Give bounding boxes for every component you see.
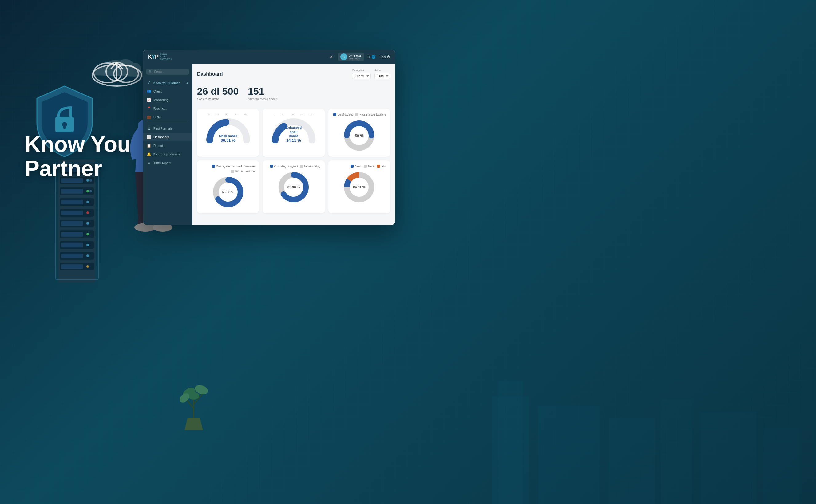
crm-label: CRM: [153, 115, 161, 119]
search-input[interactable]: [154, 70, 187, 73]
sidebar-divider-1: [147, 123, 188, 123]
dashboard-nav-label: Dashboard: [153, 135, 169, 139]
sidebar-item-clienti[interactable]: 👥 Clienti: [143, 87, 192, 96]
svg-rect-39: [61, 232, 83, 237]
monitoring-icon: 📈: [147, 98, 151, 102]
theme-toggle[interactable]: ☀: [328, 54, 334, 60]
clienti-label: Clienti: [153, 89, 162, 93]
language-button[interactable]: IT 🌐: [368, 55, 376, 59]
app-window: KYP KNOWYOURPARTNER + ☀ C complegal comp…: [143, 50, 395, 225]
anno-select[interactable]: Tutti: [374, 73, 390, 79]
stat-societa-value: 26 di 500: [197, 86, 238, 96]
cert-label: Certificazione: [337, 113, 353, 116]
svg-point-43: [86, 244, 89, 246]
alto-label: Alto: [381, 165, 386, 168]
categoria-select[interactable]: Clienti: [352, 73, 371, 79]
legend-rating: Con rating di legalità: [270, 165, 298, 168]
rating-value: 65.38 %: [287, 185, 300, 189]
shell-score-value: 30.51 %: [219, 138, 237, 143]
organo-controllo-chart: Con organo di controllo / revisore Nessu…: [197, 160, 259, 213]
sidebar-item-pesi-formule[interactable]: ⚖ Pesi Formule: [143, 124, 192, 133]
exit-button[interactable]: Esci ⏻: [379, 55, 390, 59]
categoria-label: Categoria: [352, 69, 371, 72]
svg-rect-1: [498, 381, 523, 504]
rischio-value: 84.61 %: [353, 185, 365, 189]
svg-rect-2: [538, 406, 600, 504]
legend-cert: Certificazione: [333, 113, 353, 116]
sidebar-item-report[interactable]: 📋 Report: [143, 141, 192, 150]
organo-legend: Con organo di controllo / revisore Nessu…: [201, 165, 254, 173]
clienti-icon: 👥: [147, 89, 151, 93]
search-icon: 🔍: [148, 70, 152, 73]
organo-value: 65.38 %: [222, 190, 234, 194]
legend-no-rating: Nessun rating: [300, 165, 320, 168]
shell-score-chart: 0255075100 Shell score 30.51 %: [197, 109, 259, 157]
user-avatar: C: [340, 53, 347, 60]
kyp-label: Know Your Partner: [153, 81, 179, 85]
legend-no-cert: Nessuna certificazione: [355, 113, 386, 116]
svg-rect-36: [61, 221, 83, 226]
svg-rect-42: [61, 243, 83, 247]
hero-title-line2: Partner: [25, 156, 102, 181]
rischio-label: Rischio...: [153, 107, 167, 110]
no-cert-label: Nessuna certificazione: [359, 113, 386, 116]
legend-no-controllo: Nessun controllo: [231, 170, 254, 173]
basso-label: Basso: [355, 165, 362, 168]
svg-rect-45: [61, 254, 83, 258]
charts-row-1: 0255075100 Shell score 30.51 %: [197, 109, 390, 157]
svg-rect-5: [701, 412, 756, 504]
stat-societa: 26 di 500 Società valutate: [197, 86, 238, 101]
stat-addetti-value: 151: [248, 86, 278, 96]
no-controllo-label: Nessun controllo: [235, 170, 254, 173]
svg-point-31: [86, 201, 89, 203]
anno-filter: Anno Tutti: [374, 69, 390, 79]
logo-subtitle: KNOWYOURPARTNER +: [160, 53, 172, 60]
svg-point-64: [188, 392, 199, 400]
plant-decoration: [175, 381, 212, 430]
svg-point-40: [86, 233, 89, 235]
pesi-label: Pesi Formule: [153, 127, 172, 130]
chevron-icon: ▲: [186, 81, 188, 84]
stat-addetti: 151 Numero medio addetti: [248, 86, 278, 101]
sidebar-item-crm[interactable]: 💼 CRM: [143, 113, 192, 121]
rischio-legend: Basso Medio Alto: [333, 165, 386, 168]
legend-medio: Medio: [364, 165, 375, 168]
search-box[interactable]: 🔍: [146, 69, 189, 75]
legend-organo: Con organo di controllo / revisore: [212, 165, 254, 168]
svg-point-27: [86, 190, 89, 192]
svg-rect-48: [61, 264, 83, 269]
stats-row: 26 di 500 Società valutate 151 Numero me…: [197, 83, 390, 104]
rischio-chart: Basso Medio Alto: [328, 160, 390, 213]
sidebar-item-dashboard[interactable]: ⬜ Dashboard: [143, 133, 192, 141]
medio-label: Medio: [368, 165, 375, 168]
svg-rect-26: [61, 189, 83, 194]
kyp-icon: ✓: [147, 81, 151, 85]
no-cert-dot: [355, 113, 358, 116]
buildings-illustration: [0, 381, 816, 504]
main-content: Dashboard Categoria Clienti Anno Tutti: [192, 64, 395, 225]
svg-rect-4: [661, 400, 692, 504]
sidebar-item-report-processare[interactable]: 🔔 Report da processare: [143, 150, 192, 159]
user-name-display: complegal complegal: [349, 54, 361, 60]
svg-point-34: [86, 211, 89, 214]
sidebar-item-know-your-partner[interactable]: ✓ Know Your Partner ▲: [143, 78, 192, 87]
report-label: Report: [153, 144, 163, 148]
sidebar-item-monitoring[interactable]: 📈 Monitoring: [143, 96, 192, 104]
user-badge[interactable]: C complegal complegal: [338, 53, 364, 61]
svg-rect-6: [763, 427, 799, 504]
report-proc-icon: 🔔: [147, 152, 151, 156]
sidebar-item-rischio[interactable]: 📍 Rischio...: [143, 104, 192, 113]
tutti-report-label: Tutti i report: [153, 161, 171, 165]
dashboard-header: Dashboard Categoria Clienti Anno Tutti: [197, 69, 390, 79]
monitoring-label: Monitoring: [153, 98, 168, 102]
app-logo: KYP KNOWYOURPARTNER +: [148, 53, 172, 60]
certificazione-legend: Certificazione Nessuna certificazione: [333, 113, 386, 116]
sidebar-item-tutti-report[interactable]: ≡ Tutti i report: [143, 159, 192, 167]
tutti-report-icon: ≡: [147, 161, 151, 165]
svg-point-46: [86, 254, 89, 257]
svg-point-37: [86, 222, 89, 225]
charts-row-2: Con organo di controllo / revisore Nessu…: [197, 160, 390, 213]
no-rating-label: Nessun rating: [304, 165, 320, 168]
rating-legend: Con rating di legalità Nessun rating: [267, 165, 320, 168]
stat-addetti-label: Numero medio addetti: [248, 97, 278, 101]
